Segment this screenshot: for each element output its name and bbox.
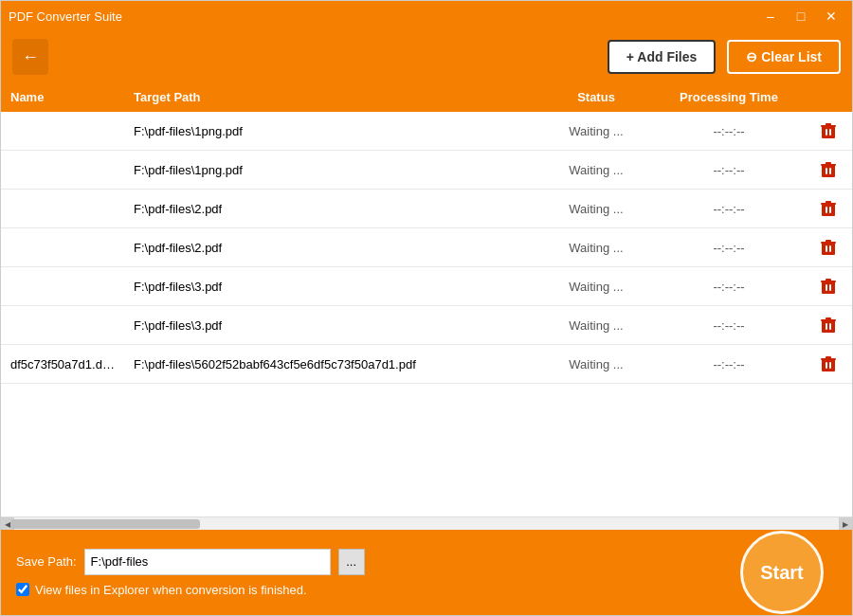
table-row: F:\pdf-files\1png.pdf Waiting ... --:--:… bbox=[1, 151, 852, 190]
row-name bbox=[1, 125, 124, 136]
svg-rect-34 bbox=[829, 362, 831, 369]
delete-button[interactable] bbox=[816, 351, 841, 377]
svg-rect-28 bbox=[826, 323, 827, 330]
svg-rect-29 bbox=[829, 323, 831, 330]
clear-list-button[interactable]: ⊖ Clear List bbox=[727, 40, 841, 74]
table-row: F:\pdf-files\2.pdf Waiting ... --:--:-- bbox=[1, 190, 852, 228]
table-row: F:\pdf-files\1png.pdf Waiting ... --:--:… bbox=[1, 112, 852, 151]
row-name: df5c73f50a7d1.docx bbox=[1, 352, 124, 377]
svg-rect-25 bbox=[822, 320, 835, 333]
row-delete-cell bbox=[805, 306, 852, 344]
delete-button[interactable] bbox=[816, 118, 841, 144]
svg-rect-17 bbox=[821, 242, 836, 244]
svg-rect-23 bbox=[826, 284, 827, 291]
save-path-input[interactable] bbox=[84, 549, 331, 575]
svg-rect-15 bbox=[822, 243, 835, 255]
col-path: Target Path bbox=[124, 88, 539, 106]
horizontal-scrollbar[interactable]: ◀ ▶ bbox=[1, 516, 852, 530]
row-time: --:--:-- bbox=[653, 274, 805, 299]
row-delete-cell bbox=[805, 345, 852, 383]
delete-button[interactable] bbox=[816, 273, 841, 299]
svg-rect-5 bbox=[822, 165, 835, 177]
row-name bbox=[1, 164, 124, 175]
row-path: F:\pdf-files\1png.pdf bbox=[124, 118, 539, 144]
row-delete-cell bbox=[805, 190, 852, 227]
row-delete-cell bbox=[805, 112, 852, 150]
close-button[interactable]: ✕ bbox=[818, 7, 844, 26]
row-time: --:--:-- bbox=[653, 235, 805, 261]
delete-button[interactable] bbox=[816, 195, 841, 222]
svg-rect-19 bbox=[829, 245, 831, 252]
maximize-button[interactable]: □ bbox=[788, 7, 814, 26]
trash-icon bbox=[820, 277, 837, 296]
scroll-right-arrow[interactable]: ▶ bbox=[839, 517, 852, 530]
row-name bbox=[1, 242, 124, 253]
col-name: Name bbox=[1, 88, 124, 106]
delete-button[interactable] bbox=[816, 234, 841, 261]
toolbar: ← + Add Files ⊖ Clear List bbox=[1, 31, 852, 82]
row-status: Waiting ... bbox=[539, 157, 653, 183]
footer-left: Save Path: ... View files in Explorer wh… bbox=[16, 549, 837, 597]
table-row: F:\pdf-files\3.pdf Waiting ... --:--:-- bbox=[1, 267, 852, 306]
row-delete-cell bbox=[805, 267, 852, 305]
table-row: df5c73f50a7d1.docx F:\pdf-files\5602f52b… bbox=[1, 345, 852, 384]
browse-button[interactable]: ... bbox=[338, 549, 365, 575]
row-status: Waiting ... bbox=[539, 118, 653, 144]
svg-rect-9 bbox=[829, 168, 831, 174]
row-name bbox=[1, 319, 124, 331]
trash-icon bbox=[820, 238, 837, 257]
view-files-checkbox[interactable] bbox=[16, 583, 29, 596]
row-time: --:--:-- bbox=[653, 157, 805, 183]
row-path: F:\pdf-files\2.pdf bbox=[124, 196, 539, 222]
svg-rect-4 bbox=[829, 129, 831, 136]
table-header: Name Target Path Status Processing Time bbox=[1, 82, 852, 112]
minimize-button[interactable]: – bbox=[757, 7, 784, 26]
save-path-label: Save Path: bbox=[16, 554, 77, 569]
svg-rect-2 bbox=[821, 125, 836, 127]
row-status: Waiting ... bbox=[539, 313, 653, 338]
delete-button[interactable] bbox=[816, 156, 841, 183]
save-path-row: Save Path: ... bbox=[16, 549, 837, 575]
svg-rect-7 bbox=[821, 164, 836, 166]
scroll-thumb[interactable] bbox=[10, 519, 200, 529]
row-status: Waiting ... bbox=[539, 196, 653, 222]
row-name bbox=[1, 281, 124, 292]
table-body: F:\pdf-files\1png.pdf Waiting ... --:--:… bbox=[1, 112, 852, 516]
row-time: --:--:-- bbox=[653, 118, 805, 144]
trash-icon bbox=[820, 121, 837, 140]
svg-rect-27 bbox=[821, 319, 836, 321]
row-time: --:--:-- bbox=[653, 352, 805, 377]
svg-rect-33 bbox=[826, 362, 827, 369]
svg-rect-22 bbox=[821, 281, 836, 282]
svg-rect-18 bbox=[826, 245, 827, 252]
back-button[interactable]: ← bbox=[12, 39, 48, 75]
row-delete-cell bbox=[805, 228, 852, 266]
svg-rect-20 bbox=[822, 281, 835, 294]
table-row: F:\pdf-files\3.pdf Waiting ... --:--:-- bbox=[1, 306, 852, 345]
svg-rect-3 bbox=[826, 129, 827, 136]
table-row: F:\pdf-files\2.pdf Waiting ... --:--:-- bbox=[1, 228, 852, 267]
svg-rect-10 bbox=[822, 204, 835, 216]
row-path: F:\pdf-files\3.pdf bbox=[124, 313, 539, 338]
svg-rect-14 bbox=[829, 207, 831, 213]
checkbox-row: View files in Explorer when conversion i… bbox=[16, 583, 837, 597]
svg-rect-8 bbox=[826, 168, 827, 174]
start-button[interactable]: Start bbox=[740, 531, 824, 614]
row-time: --:--:-- bbox=[653, 313, 805, 338]
svg-rect-24 bbox=[829, 284, 831, 291]
row-delete-cell bbox=[805, 151, 852, 189]
svg-rect-12 bbox=[821, 203, 836, 205]
col-status: Status bbox=[539, 88, 653, 106]
delete-button[interactable] bbox=[816, 312, 841, 338]
add-files-button[interactable]: + Add Files bbox=[608, 40, 717, 74]
trash-icon bbox=[820, 160, 837, 179]
svg-rect-0 bbox=[822, 126, 835, 138]
checkbox-label: View files in Explorer when conversion i… bbox=[35, 583, 307, 597]
trash-icon bbox=[820, 316, 837, 335]
row-status: Waiting ... bbox=[539, 352, 653, 377]
svg-rect-13 bbox=[826, 207, 827, 213]
footer: Save Path: ... View files in Explorer wh… bbox=[1, 530, 852, 615]
row-time: --:--:-- bbox=[653, 196, 805, 222]
row-name bbox=[1, 203, 124, 214]
main-window: PDF Converter Suite – □ ✕ ← + Add Files … bbox=[0, 0, 853, 616]
